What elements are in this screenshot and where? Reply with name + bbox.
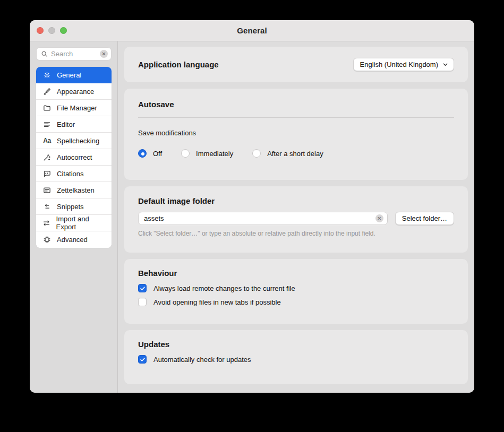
sidebar-item-label: Import and Export bbox=[56, 215, 106, 231]
sidebar-item-label: Zettelkasten bbox=[57, 186, 95, 194]
application-language-label: Application language bbox=[138, 60, 219, 69]
checkbox-icon[interactable] bbox=[138, 298, 147, 306]
image-folder-input-wrap: ✕ bbox=[138, 212, 388, 225]
sidebar: ✕ General Appearance bbox=[30, 41, 118, 393]
sidebar-item-autocorrect[interactable]: Autocorrect bbox=[36, 149, 112, 166]
checkbox-auto-check-updates[interactable]: Automatically check for updates bbox=[138, 355, 454, 364]
cpu-chip-icon bbox=[42, 235, 52, 244]
sidebar-item-label: Spellchecking bbox=[57, 137, 99, 145]
checkbox-label: Automatically check for updates bbox=[153, 356, 251, 364]
checkbox-avoid-new-tabs[interactable]: Avoid opening files in new tabs if possi… bbox=[138, 298, 454, 306]
title-bar: General bbox=[30, 20, 474, 41]
autosave-radio-group: Off Immediately After a short delay bbox=[138, 149, 454, 158]
search-input[interactable] bbox=[51, 50, 97, 58]
checkbox-load-remote-changes[interactable]: Always load remote changes to the curren… bbox=[138, 284, 454, 292]
default-image-folder-title: Default image folder bbox=[138, 196, 454, 205]
sidebar-item-snippets[interactable]: Snippets bbox=[36, 198, 112, 215]
sidebar-item-label: File Manager bbox=[57, 104, 97, 112]
radio-label: After a short delay bbox=[267, 150, 323, 158]
save-modifications-label: Save modifications bbox=[138, 129, 454, 137]
checkbox-label: Avoid opening files in new tabs if possi… bbox=[153, 298, 281, 306]
magic-wand-icon bbox=[42, 153, 52, 162]
traffic-lights bbox=[37, 20, 67, 41]
radio-label: Off bbox=[153, 150, 162, 158]
sidebar-item-label: General bbox=[57, 71, 81, 79]
note-card-icon bbox=[42, 186, 52, 195]
sidebar-item-zettelkasten[interactable]: Zettelkasten bbox=[36, 182, 112, 198]
application-language-select[interactable]: English (United Kingdom) bbox=[353, 58, 454, 71]
zoom-button[interactable] bbox=[60, 27, 67, 34]
section-updates: Updates Automatically check for updates bbox=[124, 330, 468, 384]
text-lines-icon bbox=[42, 120, 52, 129]
sidebar-item-label: Autocorrect bbox=[57, 153, 92, 161]
behaviour-title: Behaviour bbox=[138, 269, 454, 278]
sidebar-item-spellchecking[interactable]: Aa Spellchecking bbox=[36, 133, 112, 149]
preferences-window: General ✕ General bbox=[30, 20, 474, 393]
window-title: General bbox=[237, 26, 267, 35]
sidebar-item-file-manager[interactable]: File Manager bbox=[36, 100, 112, 116]
checkbox-icon[interactable] bbox=[138, 284, 147, 292]
search-clear-icon[interactable]: ✕ bbox=[100, 50, 108, 58]
sidebar-item-editor[interactable]: Editor bbox=[36, 116, 112, 133]
indent-arrow-icon bbox=[42, 202, 52, 211]
section-application-language: Application language English (United Kin… bbox=[124, 47, 468, 82]
sidebar-item-citations[interactable]: Citations bbox=[36, 166, 112, 182]
input-clear-icon[interactable]: ✕ bbox=[375, 214, 383, 222]
section-behaviour: Behaviour Always load remote changes to … bbox=[124, 259, 468, 324]
sidebar-item-label: Appearance bbox=[57, 88, 94, 96]
sidebar-item-advanced[interactable]: Advanced bbox=[36, 231, 112, 248]
gear-icon bbox=[42, 71, 52, 80]
checkbox-label: Always load remote changes to the curren… bbox=[153, 284, 295, 292]
sidebar-item-label: Editor bbox=[57, 120, 75, 128]
checkbox-icon[interactable] bbox=[138, 355, 147, 364]
radio-icon[interactable] bbox=[181, 149, 190, 158]
section-divider bbox=[138, 117, 454, 118]
sidebar-item-label: Snippets bbox=[57, 203, 84, 211]
section-default-image-folder: Default image folder ✕ Select folder… Cl… bbox=[124, 186, 468, 253]
sidebar-item-import-export[interactable]: Import and Export bbox=[36, 215, 112, 231]
radio-option-after-delay[interactable]: After a short delay bbox=[252, 149, 323, 158]
aa-letters-icon: Aa bbox=[42, 136, 52, 145]
sidebar-item-appearance[interactable]: Appearance bbox=[36, 83, 112, 100]
radio-icon[interactable] bbox=[252, 149, 261, 158]
image-folder-hint: Click "Select folder…" or type an absolu… bbox=[138, 230, 454, 237]
close-button[interactable] bbox=[37, 27, 44, 34]
updates-title: Updates bbox=[138, 340, 454, 349]
select-folder-button[interactable]: Select folder… bbox=[395, 212, 454, 225]
search-box[interactable]: ✕ bbox=[36, 47, 112, 61]
selected-language-value: English (United Kingdom) bbox=[360, 61, 438, 68]
sidebar-item-label: Advanced bbox=[57, 236, 88, 244]
sidebar-item-general[interactable]: General bbox=[36, 67, 112, 83]
image-folder-input[interactable] bbox=[139, 214, 375, 222]
settings-content: Application language English (United Kin… bbox=[118, 41, 474, 393]
sidebar-item-label: Citations bbox=[57, 170, 84, 178]
minimize-button[interactable] bbox=[48, 27, 55, 34]
chevron-down-icon bbox=[442, 62, 448, 67]
quote-bubble-icon bbox=[42, 169, 52, 178]
radio-icon[interactable] bbox=[138, 149, 147, 158]
radio-option-immediately[interactable]: Immediately bbox=[181, 149, 233, 158]
paintbrush-icon bbox=[42, 87, 52, 96]
search-icon bbox=[41, 50, 48, 57]
radio-option-off[interactable]: Off bbox=[138, 149, 162, 158]
sidebar-nav: General Appearance File Manager bbox=[36, 67, 112, 248]
radio-label: Immediately bbox=[196, 150, 233, 158]
section-autosave: Autosave Save modifications Off Immediat… bbox=[124, 89, 468, 180]
folder-icon bbox=[42, 103, 52, 113]
swap-arrows-icon bbox=[42, 219, 51, 228]
autosave-title: Autosave bbox=[138, 100, 454, 109]
